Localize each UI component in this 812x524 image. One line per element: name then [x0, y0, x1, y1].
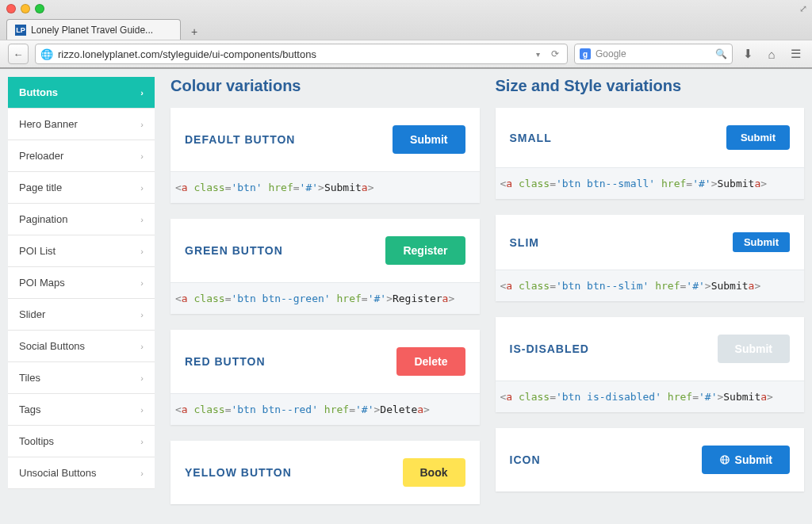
sidebar-item-label: Page title — [19, 182, 62, 193]
chevron-right-icon: › — [140, 310, 144, 319]
sidebar-item-poi-maps[interactable]: POI Maps› — [8, 267, 155, 299]
sidebar-item-pagination[interactable]: Pagination› — [8, 204, 155, 235]
sidebar-item-poi-list[interactable]: POI List› — [8, 235, 155, 267]
sidebar-item-preloader[interactable]: Preloader› — [8, 140, 155, 172]
search-bar[interactable]: g Google 🔍 — [574, 44, 733, 64]
card-red-button: RED BUTTON Delete <a class='btn btn--red… — [170, 330, 480, 425]
sidebar-item-label: POI Maps — [19, 277, 65, 289]
menu-icon[interactable]: ☰ — [787, 45, 804, 63]
section-title-colour: Colour variations — [170, 77, 480, 95]
code-snippet: <a class='btn btn--green' href='#'>Regis… — [170, 282, 480, 314]
chevron-right-icon: › — [140, 342, 144, 351]
card-title: GREEN BUTTON — [185, 244, 283, 257]
submit-button-small[interactable]: Submit — [726, 125, 790, 150]
sidebar-item-label: Hero Banner — [19, 118, 78, 130]
sidebar-item-label: POI List — [19, 245, 56, 257]
chevron-right-icon: › — [140, 151, 144, 161]
sidebar-item-label: Tags — [19, 404, 40, 415]
sidebar-item-page-title[interactable]: Page title› — [8, 172, 155, 204]
home-icon[interactable]: ⌂ — [763, 45, 780, 63]
code-snippet: <a class='btn btn--small' href='#'>Submi… — [496, 167, 805, 199]
sidebar-item-slider[interactable]: Slider› — [8, 299, 155, 331]
card-yellow-button: YELLOW BUTTON Book — [170, 441, 480, 504]
sidebar-item-label: Tiles — [19, 372, 40, 384]
colour-variations-column: Colour variations DEFAULT BUTTON Submit … — [170, 77, 480, 524]
card-title: IS-DISABLED — [510, 342, 589, 355]
sidebar: Buttons›Hero Banner›Preloader›Page title… — [0, 69, 155, 524]
browser-toolbar: ← 🌐 rizzo.lonelyplanet.com/styleguide/ui… — [0, 40, 812, 68]
content: Colour variations DEFAULT BUTTON Submit … — [155, 69, 812, 524]
sidebar-item-label: Buttons — [19, 86, 58, 98]
dropdown-icon[interactable]: ▾ — [536, 50, 540, 59]
code-snippet: <a class='btn' href='#'>Submita> — [170, 171, 480, 203]
code-snippet: <a class='btn btn--slim' href='#'>Submit… — [496, 270, 805, 301]
sidebar-item-label: Preloader — [19, 150, 63, 162]
card-default-button: DEFAULT BUTTON Submit <a class='btn' hre… — [170, 108, 480, 203]
code-snippet: <a class='btn btn--red' href='#'>Deletea… — [170, 393, 480, 425]
register-button[interactable]: Register — [385, 236, 465, 265]
browser-tab[interactable]: LP Lonely Planet Travel Guide... — [6, 19, 181, 40]
url-bar[interactable]: 🌐 rizzo.lonelyplanet.com/styleguide/ui-c… — [35, 44, 568, 64]
globe-icon: 🌐 — [40, 48, 53, 60]
chevron-right-icon: › — [140, 215, 144, 224]
chevron-right-icon: › — [140, 183, 144, 193]
window-title-bar: ⤢ — [0, 0, 812, 17]
sidebar-item-hero-banner[interactable]: Hero Banner› — [8, 109, 155, 140]
submit-button-slim[interactable]: Submit — [733, 232, 790, 252]
chevron-right-icon: › — [140, 247, 144, 256]
chevron-right-icon: › — [140, 437, 144, 446]
back-button[interactable]: ← — [8, 44, 29, 64]
window-close-button[interactable] — [6, 4, 16, 13]
favicon-lonelyplanet-icon: LP — [15, 25, 26, 36]
browser-tab-bar: LP Lonely Planet Travel Guide... + — [0, 17, 812, 40]
new-tab-button[interactable]: + — [186, 24, 203, 40]
sidebar-item-label: Pagination — [19, 213, 67, 225]
sidebar-item-buttons[interactable]: Buttons› — [8, 77, 155, 109]
card-small-button: SMALL Submit <a class='btn btn--small' h… — [496, 108, 805, 199]
submit-button[interactable]: Submit — [393, 125, 465, 154]
search-placeholder: Google — [596, 48, 626, 59]
delete-button[interactable]: Delete — [396, 347, 465, 376]
chevron-right-icon: › — [140, 469, 144, 478]
sidebar-item-label: Social Buttons — [19, 340, 85, 352]
fullscreen-icon[interactable]: ⤢ — [799, 3, 807, 14]
chevron-right-icon: › — [140, 278, 144, 288]
window-zoom-button[interactable] — [35, 4, 44, 13]
search-icon[interactable]: 🔍 — [715, 48, 727, 59]
card-title: SMALL — [510, 132, 552, 144]
card-title: ICON — [510, 453, 541, 466]
sidebar-item-tags[interactable]: Tags› — [8, 394, 155, 426]
card-disabled-button: IS-DISABLED Submit <a class='btn is-disa… — [496, 317, 805, 412]
submit-button-icon[interactable]: Submit — [702, 446, 790, 474]
browser-chrome: ⤢ LP Lonely Planet Travel Guide... + ← 🌐… — [0, 0, 812, 69]
page-body: Buttons›Hero Banner›Preloader›Page title… — [0, 69, 812, 524]
size-style-column: Size and Style variations SMALL Submit <… — [496, 77, 805, 524]
book-button[interactable]: Book — [403, 458, 465, 487]
card-title: YELLOW BUTTON — [185, 466, 292, 479]
url-text: rizzo.lonelyplanet.com/styleguide/ui-com… — [58, 48, 316, 60]
card-icon-button: ICON Submit — [496, 428, 805, 491]
card-title: DEFAULT BUTTON — [185, 133, 295, 146]
chevron-right-icon: › — [140, 373, 144, 383]
tab-title: Lonely Planet Travel Guide... — [31, 25, 153, 36]
sidebar-item-label: Unsocial Buttons — [19, 467, 97, 479]
sidebar-item-label: Tooltips — [19, 435, 54, 447]
sidebar-item-social-buttons[interactable]: Social Buttons› — [8, 331, 155, 362]
sidebar-item-unsocial-buttons[interactable]: Unsocial Buttons› — [8, 457, 155, 489]
code-snippet: <a class='btn is-disabled' href='#'>Subm… — [496, 381, 805, 412]
submit-button-disabled: Submit — [718, 335, 790, 363]
sidebar-item-label: Slider — [19, 308, 45, 320]
sidebar-item-tiles[interactable]: Tiles› — [8, 362, 155, 394]
card-title: SLIM — [510, 236, 539, 249]
globe-icon — [719, 454, 730, 465]
chevron-right-icon: › — [140, 405, 144, 415]
window-minimize-button[interactable] — [21, 4, 30, 13]
reload-icon[interactable]: ⟳ — [548, 48, 562, 59]
google-icon: g — [580, 48, 591, 59]
card-green-button: GREEN BUTTON Register <a class='btn btn-… — [170, 219, 480, 314]
sidebar-item-tooltips[interactable]: Tooltips› — [8, 426, 155, 457]
card-title: RED BUTTON — [185, 355, 266, 368]
chevron-right-icon: › — [140, 120, 144, 129]
downloads-icon[interactable]: ⬇ — [739, 45, 756, 63]
section-title-size: Size and Style variations — [496, 77, 805, 95]
